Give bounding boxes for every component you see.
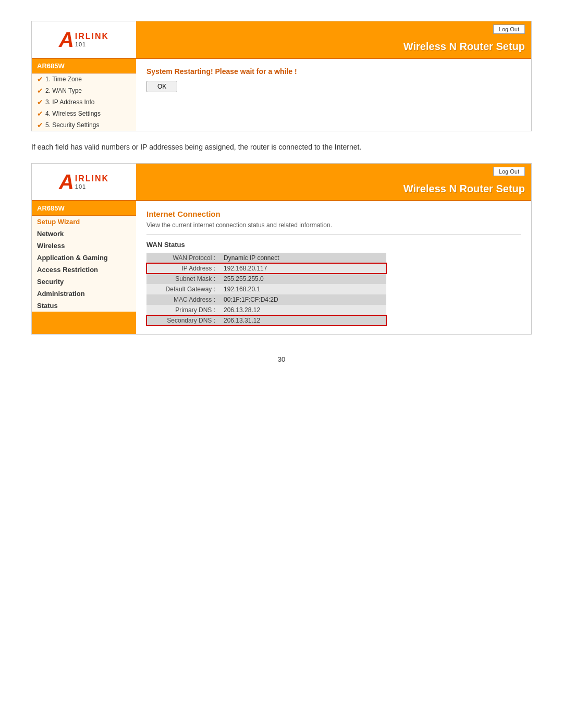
check-icon-2: ✔ bbox=[37, 87, 43, 95]
logo-text-2: IRLINK 101 bbox=[75, 174, 109, 190]
table-label-cell: IP Address : bbox=[146, 263, 219, 274]
info-text: If each field has valid numbers or IP ad… bbox=[31, 142, 532, 153]
table-value-cell: 206.13.31.12 bbox=[219, 315, 386, 326]
sidebar-item-status[interactable]: Status bbox=[32, 300, 136, 312]
table-label-cell: MAC Address : bbox=[146, 294, 219, 305]
sidebar-item-setup-wizard[interactable]: Setup Wizard bbox=[32, 216, 136, 228]
sidebar-item-app-gaming[interactable]: Application & Gaming bbox=[32, 252, 136, 264]
logo-text-1: IRLINK 101 bbox=[75, 32, 109, 47]
table-value-cell: 00:1F:1F:CF:D4:2D bbox=[219, 294, 386, 305]
sidebar-label-wantype: 2. WAN Type bbox=[45, 87, 82, 94]
table-value-cell: Dynamic IP connect bbox=[219, 253, 386, 263]
title-area-1: Log Out Wireless N Router Setup bbox=[136, 21, 531, 58]
title-area-2: Log Out Wireless N Router Setup bbox=[136, 164, 531, 200]
logout-button-2[interactable]: Log Out bbox=[493, 167, 525, 176]
table-value-cell: 192.168.20.117 bbox=[219, 263, 386, 274]
check-icon-3: ✔ bbox=[37, 98, 43, 106]
router-body-2: AR685W Setup Wizard Network Wireless App… bbox=[32, 201, 531, 334]
logo-area-2: A IRLINK 101 bbox=[32, 164, 136, 200]
logo-a-2: A bbox=[59, 171, 74, 192]
table-label-cell: WAN Protocol : bbox=[146, 253, 219, 263]
section-title: Internet Connection bbox=[146, 209, 521, 218]
wan-status-label: WAN Status bbox=[146, 241, 521, 249]
router-sidebar-1: AR685W ✔ 1. Time Zone ✔ 2. WAN Type ✔ 3.… bbox=[32, 59, 136, 131]
logo-area-1: A IRLINK 101 bbox=[32, 21, 136, 58]
sidebar-item-administration[interactable]: Administration bbox=[32, 288, 136, 300]
check-icon-4: ✔ bbox=[37, 109, 43, 118]
model-name-2: AR685W bbox=[32, 201, 136, 216]
logout-button-1[interactable]: Log Out bbox=[493, 24, 525, 34]
section-subtitle: View the current internet connection sta… bbox=[146, 221, 521, 229]
table-row: MAC Address :00:1F:1F:CF:D4:2D bbox=[146, 294, 386, 305]
sidebar-label-wireless: 4. Wireless Settings bbox=[45, 110, 101, 117]
model-name-1: AR685W bbox=[32, 59, 136, 73]
divider bbox=[146, 234, 521, 235]
table-row: Subnet Mask :255.255.255.0 bbox=[146, 274, 386, 284]
router-body-1: AR685W ✔ 1. Time Zone ✔ 2. WAN Type ✔ 3.… bbox=[32, 59, 531, 131]
router-content-1: System Restarting! Please wait for a whi… bbox=[136, 59, 531, 131]
table-row: Default Gateway :192.168.20.1 bbox=[146, 284, 386, 294]
table-label-cell: Subnet Mask : bbox=[146, 274, 219, 284]
table-value-cell: 192.168.20.1 bbox=[219, 284, 386, 294]
sidebar-item-security[interactable]: Security bbox=[32, 276, 136, 288]
router-panel-2: A IRLINK 101 Log Out Wireless N Router S… bbox=[31, 163, 532, 335]
sidebar-label-security: 5. Security Settings bbox=[45, 121, 99, 129]
logo-a-1: A bbox=[59, 29, 74, 50]
sidebar-item-security[interactable]: ✔ 5. Security Settings bbox=[32, 119, 136, 131]
table-row: IP Address :192.168.20.117 bbox=[146, 263, 386, 274]
logo-101-2: 101 bbox=[75, 183, 109, 190]
router-title-2: Wireless N Router Setup bbox=[403, 183, 525, 197]
sidebar-item-timezone[interactable]: ✔ 1. Time Zone bbox=[32, 73, 136, 85]
check-icon-1: ✔ bbox=[37, 75, 43, 83]
logo-irlink-2: IRLINK bbox=[75, 174, 109, 183]
router-content-2: Internet Connection View the current int… bbox=[136, 201, 531, 334]
logo-1: A IRLINK 101 bbox=[59, 29, 109, 50]
logo-2: A IRLINK 101 bbox=[59, 171, 109, 192]
logo-irlink-1: IRLINK bbox=[75, 32, 109, 41]
router-header-1: A IRLINK 101 Log Out Wireless N Router S… bbox=[32, 21, 531, 59]
sidebar-item-ipaddress[interactable]: ✔ 3. IP Address Info bbox=[32, 96, 136, 108]
sidebar-item-access-restriction[interactable]: Access Restriction bbox=[32, 264, 136, 276]
table-row: WAN Protocol :Dynamic IP connect bbox=[146, 253, 386, 263]
sidebar-label-ipaddress: 3. IP Address Info bbox=[45, 98, 95, 106]
table-row: Primary DNS :206.13.28.12 bbox=[146, 305, 386, 315]
sidebar-label-timezone: 1. Time Zone bbox=[45, 76, 82, 83]
table-value-cell: 206.13.28.12 bbox=[219, 305, 386, 315]
table-label-cell: Secondary DNS : bbox=[146, 315, 219, 326]
router-header-2: A IRLINK 101 Log Out Wireless N Router S… bbox=[32, 164, 531, 201]
table-label-cell: Default Gateway : bbox=[146, 284, 219, 294]
check-icon-5: ✔ bbox=[37, 121, 43, 129]
table-row: Secondary DNS :206.13.31.12 bbox=[146, 315, 386, 326]
sidebar-item-wantype[interactable]: ✔ 2. WAN Type bbox=[32, 85, 136, 96]
router-title-1: Wireless N Router Setup bbox=[403, 41, 525, 55]
page-number: 30 bbox=[31, 355, 532, 363]
router-panel-1: A IRLINK 101 Log Out Wireless N Router S… bbox=[31, 21, 532, 131]
logo-101-1: 101 bbox=[75, 41, 109, 47]
table-label-cell: Primary DNS : bbox=[146, 305, 219, 315]
sidebar-item-network[interactable]: Network bbox=[32, 228, 136, 240]
ok-button[interactable]: OK bbox=[146, 81, 177, 92]
router-sidebar-2: AR685W Setup Wizard Network Wireless App… bbox=[32, 201, 136, 334]
status-table: WAN Protocol :Dynamic IP connectIP Addre… bbox=[146, 253, 386, 326]
sidebar-item-wireless[interactable]: Wireless bbox=[32, 240, 136, 252]
sidebar-item-wireless[interactable]: ✔ 4. Wireless Settings bbox=[32, 108, 136, 119]
restart-message: System Restarting! Please wait for a whi… bbox=[146, 67, 521, 76]
table-value-cell: 255.255.255.0 bbox=[219, 274, 386, 284]
